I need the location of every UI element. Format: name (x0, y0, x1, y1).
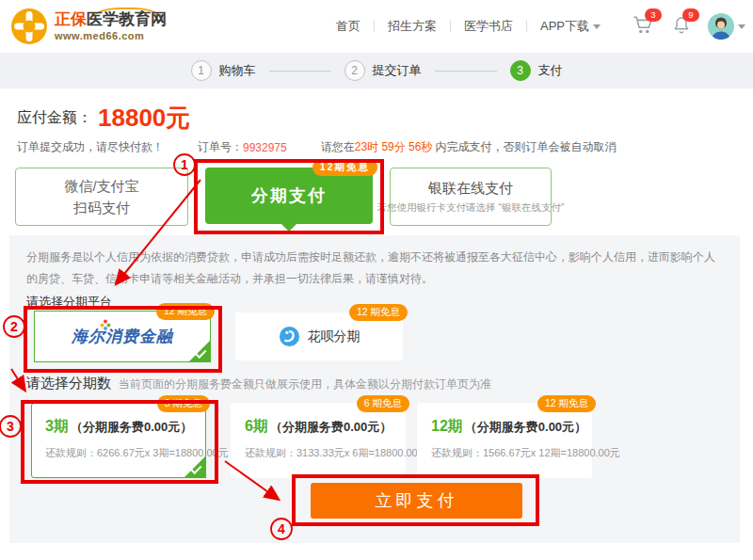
period-12-rule: 还款规则：1566.67元x 12期=18800.00元 (431, 446, 591, 460)
step-number: 3 (510, 60, 531, 81)
amount-value: 18800元 (98, 102, 190, 135)
site-header: 正保医学教育网 www.med66.com 首页 招生方案 医学书店 APP下载 (0, 0, 753, 53)
period-section-head: 请选择分期数 当前页面的分期服务费金额只做展示使用，具体金额以分期付款订单页为准 (26, 375, 491, 392)
order-no-label: 订单号： (198, 139, 243, 155)
order-info-row: 订单提交成功，请尽快付款！ 订单号： 9932975 请您在 23时 59分 5… (17, 139, 616, 155)
nav-item-home[interactable]: 首页 (323, 18, 374, 35)
payment-method-tabs: 微信/支付宝 扫码支付 12期免息 分期支付 银联在线支付 若您使用银行卡支付请… (15, 168, 552, 226)
brand-name-secondary: 医学教育网 (87, 8, 167, 28)
amount-label: 应付金额： (17, 108, 92, 128)
platform-haier-name: 海尔消费金融 (72, 328, 173, 345)
notifications-count-badge: 9 (682, 8, 699, 22)
order-submit-tip: 订单提交成功，请尽快付款！ (17, 139, 164, 155)
step-label: 支付 (538, 62, 563, 79)
step-number: 2 (344, 60, 365, 81)
haier-consumer-finance-logo: 海尔消费金融 (72, 326, 173, 347)
top-nav: 首页 招生方案 医学书店 APP下载 (323, 18, 614, 35)
period-section-title: 请选择分期数 (26, 375, 111, 392)
installment-panel: 分期服务是以个人信用为依据的消费贷款，申请成功后需按时足额还款，逾期不还将被通报… (9, 235, 740, 543)
platform-haier-selected[interactable]: 12 期免息 海尔消费金融 (34, 311, 211, 362)
step-label: 购物车 (219, 62, 256, 79)
header-right: 首页 招生方案 医学书店 APP下载 3 (323, 13, 745, 40)
step-cart: 1 购物车 (191, 60, 256, 81)
period-12-title: 12期（分期服务费0.00元） (431, 417, 591, 437)
tab-wechat-alipay[interactable]: 微信/支付宝 扫码支付 (15, 168, 188, 226)
period-3-badge: 3 期免息 (157, 395, 210, 412)
platform-huabei[interactable]: 12 期免息 花呗分期 (235, 312, 403, 360)
period-option-12[interactable]: 12 期免息 12期（分期服务费0.00元） 还款规则：1566.67元x 12… (417, 403, 592, 478)
nav-item-bookstore[interactable]: 医学书店 (451, 18, 526, 35)
period-6-title: 6期（分期服务费0.00元） (245, 417, 405, 437)
step-connector (435, 71, 497, 72)
cart-count-badge: 3 (645, 8, 662, 22)
platform-huabei-name: 花呗分期 (308, 328, 360, 345)
chevron-down-icon (738, 24, 745, 29)
nav-item-enrollment[interactable]: 招生方案 (375, 18, 450, 35)
avatar (708, 13, 734, 40)
tab-union-line1: 银联在线支付 (428, 180, 513, 198)
order-no-value: 9932975 (243, 141, 287, 154)
brand-text: 正保医学教育网 www.med66.com (55, 11, 167, 42)
period-option-6[interactable]: 6 期免息 6期（分期服务费0.00元） 还款规则：3133.33元x 6期=1… (231, 403, 406, 478)
installment-notice: 分期服务是以个人信用为依据的消费贷款，申请成功后需按时足额还款，逾期不还将被通报… (26, 247, 715, 290)
payment-page: 正保医学教育网 www.med66.com 首页 招生方案 医学书店 APP下载 (0, 0, 753, 560)
site-logo[interactable]: 正保医学教育网 www.med66.com (9, 7, 167, 46)
checkout-steps: 1 购物车 2 提交订单 3 支付 (0, 53, 753, 88)
brand-logo-icon (9, 7, 49, 46)
chevron-down-icon (593, 24, 601, 29)
selected-tab-pointer (280, 223, 297, 232)
countdown-suffix: 内完成支付，否则订单会被自动取消 (435, 139, 616, 155)
platform-huabei-badge: 12 期免息 (349, 304, 408, 321)
step-connector (269, 71, 331, 72)
period-6-badge: 6 期免息 (357, 395, 409, 412)
step-pay-active: 3 支付 (510, 60, 563, 81)
tab-wechat-line1: 微信/支付宝 (64, 175, 138, 197)
period-6-rule: 还款规则：3133.33元x 6期=18800.00元 (245, 446, 405, 460)
tab-installment-label: 分期支付 (251, 184, 327, 207)
period-3-rule: 还款规则：6266.67元x 3期=18800.00元 (45, 446, 205, 460)
step-submit-order: 2 提交订单 (344, 60, 422, 81)
period-section-note: 当前页面的分期服务费金额只做展示使用，具体金额以分期付款订单页为准 (119, 376, 491, 392)
step-number: 1 (191, 60, 212, 81)
platform-section-title: 请选择分期平台 (26, 294, 112, 311)
tab-wechat-line2: 扫码支付 (73, 197, 130, 218)
period-12-badge: 12 期免息 (537, 395, 596, 412)
step-label: 提交订单 (373, 62, 422, 79)
period-option-3-selected[interactable]: 3 期免息 3期（分期服务费0.00元） 还款规则：6266.67元x 3期=1… (31, 403, 206, 478)
brand-name-primary: 正保 (55, 10, 87, 28)
flower-icon (100, 319, 111, 330)
period-3-title: 3期（分期服务费0.00元） (45, 417, 205, 437)
pay-now-button[interactable]: 立即支付 (311, 483, 522, 519)
cart-button[interactable]: 3 (633, 15, 653, 39)
installment-tab-badge: 12期免息 (312, 159, 377, 176)
countdown-prefix: 请您在 (321, 139, 355, 155)
platform-haier-badge: 12 期免息 (156, 303, 215, 320)
tab-installment-selected[interactable]: 12期免息 分期支付 (205, 168, 373, 224)
tab-unionpay[interactable]: 银联在线支付 若您使用银行卡支付请选择 “银联在线支付” (390, 168, 552, 226)
payable-amount-row: 应付金额： 18800元 (17, 102, 190, 135)
nav-item-app-download[interactable]: APP下载 (527, 18, 614, 35)
notifications-button[interactable]: 9 (672, 15, 691, 39)
tab-union-line2: 若您使用银行卡支付请选择 “银联在线支付” (377, 201, 565, 215)
countdown-timer: 23时 59分 56秒 (355, 139, 433, 155)
user-menu[interactable] (708, 13, 745, 40)
huabei-logo-icon (279, 326, 300, 347)
brand-site-url: www.med66.com (55, 30, 167, 41)
